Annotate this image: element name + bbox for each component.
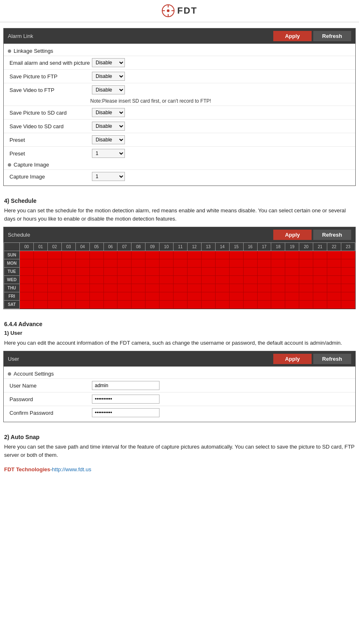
schedule-hour-06: 06 bbox=[103, 243, 117, 251]
username-input[interactable] bbox=[92, 381, 160, 390]
user-refresh-button[interactable]: Refresh bbox=[313, 354, 351, 364]
preset-value-select[interactable]: 1 2 3 4 bbox=[92, 149, 125, 158]
schedule-sun-06[interactable] bbox=[103, 251, 117, 259]
capture-image-header: Capture Image bbox=[4, 160, 355, 169]
save-picture-ftp-label: Save Picture to FTP bbox=[9, 73, 92, 80]
schedule-sun-13[interactable] bbox=[201, 251, 215, 259]
schedule-sun-02[interactable] bbox=[47, 251, 61, 259]
schedule-day-sun: SUN bbox=[4, 251, 20, 259]
alarm-link-buttons: Apply Refresh bbox=[273, 31, 351, 41]
schedule-sun-04[interactable] bbox=[75, 251, 89, 259]
schedule-sun-18[interactable] bbox=[271, 251, 285, 259]
schedule-sun-20[interactable] bbox=[299, 251, 313, 259]
save-video-ftp-select[interactable]: Disable Enable bbox=[92, 85, 125, 94]
schedule-day-corner bbox=[4, 243, 20, 251]
schedule-apply-button[interactable]: Apply bbox=[273, 230, 311, 240]
capture-image-section-label: Capture Image bbox=[14, 162, 49, 168]
schedule-row-thu: THU bbox=[4, 284, 355, 292]
save-video-ftp-row: Save Video to FTP Disable Enable bbox=[4, 83, 355, 96]
save-picture-sd-label: Save Picture to SD card bbox=[9, 110, 92, 116]
schedule-sun-12[interactable] bbox=[188, 251, 202, 259]
schedule-day-mon: MON bbox=[4, 259, 20, 268]
schedule-sun-00[interactable] bbox=[20, 251, 34, 259]
schedule-grid-container: 00 01 02 03 04 05 06 07 08 09 10 11 12 1… bbox=[4, 242, 355, 309]
footer: FDT Technologies-http://www.fdt.us bbox=[0, 463, 359, 479]
account-settings-header: Account Settings bbox=[4, 369, 355, 378]
schedule-hour-05: 05 bbox=[89, 243, 103, 251]
schedule-sun-11[interactable] bbox=[174, 251, 188, 259]
schedule-sun-23[interactable] bbox=[341, 251, 355, 259]
schedule-sun-03[interactable] bbox=[61, 251, 75, 259]
schedule-day-wed: WED bbox=[4, 276, 20, 284]
logo-text: FDT bbox=[177, 5, 197, 16]
capture-image-row: Capture Image 1 2 3 bbox=[4, 169, 355, 183]
schedule-sun-09[interactable] bbox=[145, 251, 160, 259]
alarm-link-refresh-button[interactable]: Refresh bbox=[313, 31, 351, 41]
save-video-ftp-label: Save Video to FTP bbox=[9, 87, 92, 93]
schedule-row-sat: SAT bbox=[4, 301, 355, 309]
schedule-panel-buttons: Apply Refresh bbox=[273, 230, 351, 240]
schedule-hour-20: 20 bbox=[299, 243, 313, 251]
password-label: Password bbox=[9, 396, 92, 402]
capture-image-field-label: Capture Image bbox=[9, 174, 92, 180]
password-row: Password bbox=[4, 392, 355, 406]
linkage-settings-header: Linkage Settings bbox=[4, 46, 355, 56]
schedule-hour-14: 14 bbox=[215, 243, 229, 251]
schedule-refresh-button[interactable]: Refresh bbox=[313, 230, 351, 240]
schedule-hour-08: 08 bbox=[131, 243, 145, 251]
email-alarm-select[interactable]: Disable Enable bbox=[92, 58, 125, 67]
user-apply-button[interactable]: Apply bbox=[273, 354, 311, 364]
schedule-heading: 4) Schedule bbox=[4, 197, 355, 204]
schedule-sun-08[interactable] bbox=[131, 251, 145, 259]
schedule-sun-22[interactable] bbox=[327, 251, 341, 259]
schedule-hour-22: 22 bbox=[327, 243, 341, 251]
schedule-row-fri: FRI bbox=[4, 292, 355, 301]
schedule-sun-10[interactable] bbox=[160, 251, 174, 259]
schedule-panel-header: Schedule Apply Refresh bbox=[4, 227, 355, 242]
auto-snap-description: Here you can set the save path and time … bbox=[4, 443, 355, 459]
auto-snap-heading: 2) Auto Snap bbox=[4, 434, 355, 440]
schedule-sun-07[interactable] bbox=[117, 251, 131, 259]
schedule-hour-03: 03 bbox=[61, 243, 75, 251]
schedule-sun-21[interactable] bbox=[313, 251, 327, 259]
schedule-sun-01[interactable] bbox=[34, 251, 48, 259]
save-picture-sd-select[interactable]: Disable Enable bbox=[92, 108, 125, 117]
preset-enable-select[interactable]: Disable Enable bbox=[92, 135, 125, 144]
save-video-sd-select[interactable]: Disable Enable bbox=[92, 122, 125, 131]
schedule-hour-15: 15 bbox=[229, 243, 243, 251]
capture-image-select[interactable]: 1 2 3 bbox=[92, 172, 125, 181]
schedule-day-tue: TUE bbox=[4, 268, 20, 276]
schedule-sun-14[interactable] bbox=[215, 251, 229, 259]
password-input[interactable] bbox=[92, 395, 160, 404]
schedule-sun-15[interactable] bbox=[229, 251, 243, 259]
user-panel-buttons: Apply Refresh bbox=[273, 354, 351, 364]
schedule-hour-18: 18 bbox=[271, 243, 285, 251]
schedule-row-sun: SUN bbox=[4, 251, 355, 259]
save-picture-ftp-select[interactable]: Disable Enable bbox=[92, 72, 125, 81]
schedule-panel: Schedule Apply Refresh 00 01 02 03 04 05… bbox=[3, 227, 356, 309]
schedule-hour-04: 04 bbox=[75, 243, 89, 251]
footer-link[interactable]: http://www.fdt.us bbox=[52, 466, 91, 472]
schedule-day-sat: SAT bbox=[4, 301, 20, 309]
schedule-sun-16[interactable] bbox=[243, 251, 257, 259]
username-label: User Name bbox=[9, 383, 92, 389]
alarm-link-title: Alarm Link bbox=[8, 33, 33, 39]
preset-value-label: Preset bbox=[9, 150, 92, 157]
account-settings-label: Account Settings bbox=[14, 371, 54, 377]
confirm-password-input[interactable] bbox=[92, 408, 160, 417]
schedule-hour-19: 19 bbox=[285, 243, 299, 251]
schedule-row-tue: TUE bbox=[4, 268, 355, 276]
alarm-link-apply-button[interactable]: Apply bbox=[273, 31, 311, 41]
alarm-link-body: Linkage Settings Email alarm and send wi… bbox=[4, 44, 355, 186]
ftp-note-text: Note:Please insert SD card first, or can… bbox=[90, 98, 211, 104]
schedule-sun-19[interactable] bbox=[285, 251, 299, 259]
schedule-day-fri: FRI bbox=[4, 292, 20, 301]
schedule-sun-17[interactable] bbox=[257, 251, 271, 259]
auto-snap-section: 2) Auto Snap Here you can set the save p… bbox=[0, 430, 359, 463]
user-sub-heading: 1) User bbox=[4, 329, 355, 337]
advance-heading: 6.4.4 Advance bbox=[4, 321, 355, 327]
schedule-sun-05[interactable] bbox=[89, 251, 103, 259]
schedule-hour-02: 02 bbox=[47, 243, 61, 251]
alarm-link-panel: Alarm Link Apply Refresh Linkage Setting… bbox=[3, 28, 356, 186]
schedule-table: 00 01 02 03 04 05 06 07 08 09 10 11 12 1… bbox=[4, 242, 355, 309]
